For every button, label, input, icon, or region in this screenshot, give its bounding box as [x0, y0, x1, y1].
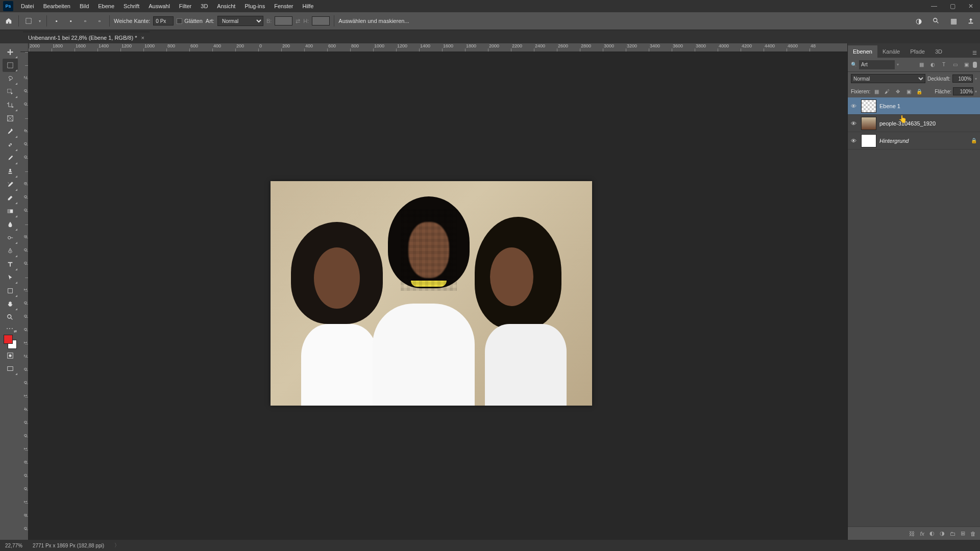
add-selection-icon[interactable]: ▪ [65, 15, 77, 27]
stamp-tool[interactable] [3, 165, 18, 178]
new-selection-icon[interactable]: ▪ [51, 15, 62, 27]
type-tool[interactable] [3, 258, 18, 271]
filter-adjust-icon[interactable]: ◐ [928, 60, 937, 69]
status-arrow-icon[interactable]: 〉 [114, 542, 119, 549]
crop-tool[interactable] [3, 98, 18, 112]
layer-row[interactable]: 👁 people-3104635_1920 [848, 115, 980, 132]
healing-tool[interactable] [3, 138, 18, 152]
layer-row[interactable]: 👁 Ebene 1 [848, 97, 980, 115]
layer-thumbnail[interactable] [861, 117, 876, 130]
layer-visibility-icon[interactable]: 👁 [851, 120, 858, 127]
filter-toggle-icon[interactable] [973, 62, 977, 68]
link-layers-icon[interactable]: ⛓ [909, 531, 915, 537]
tab-layers[interactable]: Ebenen [848, 45, 877, 58]
antialias-checkbox[interactable]: Glätten [177, 18, 202, 24]
layer-thumbnail[interactable] [861, 134, 876, 147]
layer-search-input[interactable] [859, 60, 895, 69]
menu-bearbeiten[interactable]: Bearbeiten [39, 1, 75, 11]
menu-3d[interactable]: 3D [196, 1, 212, 11]
adjustment-layer-icon[interactable]: ◑ [940, 530, 945, 537]
dropdown-icon[interactable]: ▾ [897, 62, 899, 67]
layer-name[interactable]: people-3104635_1920 [879, 120, 936, 127]
filter-smart-icon[interactable]: ▣ [962, 60, 971, 69]
tool-overflow-icon[interactable]: ••• [7, 326, 14, 331]
eyedropper-tool[interactable] [3, 125, 18, 138]
minimize-button[interactable]: — [925, 0, 943, 12]
vertical-ruler[interactable]: 200400600800100012001400160018002000 [20, 52, 29, 540]
menu-bild[interactable]: Bild [75, 1, 93, 11]
layer-mask-icon[interactable]: ◐ [929, 530, 935, 537]
frame-tool[interactable] [3, 112, 18, 125]
menu-plug-ins[interactable]: Plug-ins [240, 1, 270, 11]
tool-preset-dropdown[interactable]: ▾ [37, 15, 42, 27]
lock-pixels-icon[interactable]: 🖌 [883, 87, 892, 95]
feather-input[interactable] [153, 16, 174, 26]
path-select-tool[interactable] [3, 271, 18, 284]
layer-thumbnail[interactable] [861, 99, 876, 113]
marquee-tool[interactable] [3, 59, 18, 72]
dropdown-icon[interactable]: ▾ [975, 89, 977, 94]
style-select[interactable]: Normal [217, 16, 263, 26]
menu-auswahl[interactable]: Auswahl [144, 1, 175, 11]
layer-visibility-icon[interactable]: 👁 [851, 138, 858, 144]
screen-mode-icon[interactable] [3, 362, 18, 375]
intersect-selection-icon[interactable]: ▫ [94, 15, 105, 27]
share-icon[interactable] [965, 15, 977, 27]
lock-position-icon[interactable]: ✥ [893, 87, 902, 95]
hand-tool[interactable] [3, 297, 18, 311]
lasso-tool[interactable] [3, 72, 18, 85]
blur-tool[interactable] [3, 218, 18, 231]
foreground-color[interactable] [4, 335, 13, 344]
tab-paths[interactable]: Pfade [905, 45, 930, 58]
document-tab[interactable]: Unbenannt-1 bei 22,8% (Ebene 1, RGB/8) *… [23, 32, 150, 43]
ruler-origin[interactable] [20, 43, 29, 52]
color-swatches[interactable]: ⇄ [3, 335, 18, 349]
swap-colors-icon[interactable]: ⇄ [14, 330, 17, 334]
delete-layer-icon[interactable]: 🗑 [970, 531, 976, 537]
dropdown-icon[interactable]: ▾ [975, 77, 977, 81]
new-layer-icon[interactable]: ⊞ [961, 530, 965, 537]
horizontal-ruler[interactable]: 2000180016001400120010008006004002000200… [29, 43, 847, 52]
move-tool[interactable] [3, 45, 18, 59]
maximize-button[interactable]: ▢ [943, 0, 962, 12]
menu-ansicht[interactable]: Ansicht [212, 1, 240, 11]
tab-3d[interactable]: 3D [930, 45, 947, 58]
shape-tool[interactable] [3, 284, 18, 297]
marquee-tool-icon[interactable] [23, 15, 34, 27]
menu-filter[interactable]: Filter [175, 1, 196, 11]
lock-transparency-icon[interactable]: ▦ [872, 87, 881, 95]
quick-select-tool[interactable] [3, 85, 18, 98]
doc-info[interactable]: 2771 Px x 1869 Px (182,88 ppi) [33, 543, 104, 548]
fill-input[interactable] [953, 87, 973, 95]
menu-hilfe[interactable]: Hilfe [298, 1, 318, 11]
tab-channels[interactable]: Kanäle [877, 45, 905, 58]
search-icon[interactable] [930, 15, 942, 27]
gradient-tool[interactable] [3, 205, 18, 218]
filter-type-icon[interactable]: T [939, 60, 948, 69]
menu-fenster[interactable]: Fenster [270, 1, 298, 11]
layer-row[interactable]: 👁 Hintergrund 🔒 [848, 132, 980, 149]
select-and-mask-button[interactable]: Auswählen und maskieren... [338, 18, 409, 24]
lock-all-icon[interactable]: 🔒 [915, 87, 924, 95]
subtract-selection-icon[interactable]: ▫ [80, 15, 91, 27]
quick-mask-icon[interactable] [3, 349, 18, 362]
close-button[interactable]: ✕ [962, 0, 980, 12]
blend-mode-select[interactable]: Normal [851, 74, 925, 83]
menu-ebene[interactable]: Ebene [93, 1, 119, 11]
layer-name[interactable]: Hintergrund [879, 138, 909, 144]
layer-fx-icon[interactable]: fx [920, 531, 924, 537]
pen-tool[interactable] [3, 244, 18, 258]
filter-shape-icon[interactable]: ▭ [950, 60, 960, 69]
lock-artboard-icon[interactable]: ▣ [904, 87, 913, 95]
zoom-tool[interactable] [3, 311, 18, 324]
layer-name[interactable]: Ebene 1 [879, 103, 900, 109]
cloud-icon[interactable]: ◑ [913, 15, 925, 27]
dodge-tool[interactable] [3, 231, 18, 244]
history-brush-tool[interactable] [3, 178, 18, 191]
brush-tool[interactable] [3, 152, 18, 165]
zoom-level[interactable]: 22,77% [5, 543, 22, 548]
opacity-input[interactable] [952, 74, 973, 83]
canvas-area[interactable]: 2000180016001400120010008006004002000200… [20, 43, 847, 540]
filter-pixel-icon[interactable]: ▦ [917, 60, 926, 69]
menu-schrift[interactable]: Schrift [119, 1, 144, 11]
